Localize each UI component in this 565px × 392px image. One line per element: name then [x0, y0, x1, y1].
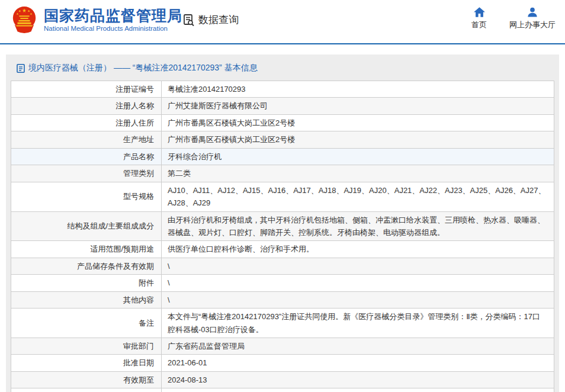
row-label: 注册证编号 — [11, 81, 162, 98]
table-row: 型号规格AJ10、AJ11、AJ12、AJ15、AJ16、AJ17、AJ18、A… — [11, 182, 554, 211]
row-value: \ — [162, 291, 554, 308]
data-query-nav[interactable]: 数据查询 — [182, 13, 239, 27]
row-label: 变更情况 — [11, 388, 162, 392]
header-divider — [0, 43, 565, 44]
breadcrumb: 境内医疗器械（注册） —— “粤械注准20142170293” 基本信息 — [11, 59, 554, 81]
table-row: 结构及组成/主要组成成分由牙科治疗机和牙椅组成，其中牙科治疗机包括地箱、侧箱、冲… — [11, 211, 554, 241]
row-value: 牙科综合治疗机 — [162, 148, 554, 165]
site-title: 国家药品监督管理局 — [44, 7, 182, 24]
table-row: 其他内容\ — [11, 291, 554, 308]
row-value: 粤械注准20142170293 — [162, 81, 554, 98]
content-area: 境内医疗器械（注册） —— “粤械注准20142170293” 基本信息 注册证… — [6, 54, 559, 392]
table-row: 注册人名称广州艾捷斯医疗器械有限公司 — [11, 98, 554, 114]
row-value: 广东省药品监督管理局 — [162, 338, 554, 355]
top-nav: 首页 网上办事大厅 — [471, 7, 556, 30]
row-label: 产品储存条件及有效期 — [11, 258, 162, 274]
row-value: 由牙科治疗机和牙椅组成，其中牙科治疗机包括地箱、侧箱、冲盂漱口给水装置、三用喷枪… — [162, 211, 554, 241]
table-row: 生产地址广州市番禺区石楼镇大岗工业区2号楼 — [11, 131, 554, 148]
document-icon — [17, 64, 25, 73]
page: 国家药品监督管理局 National Medical Products Admi… — [0, 0, 565, 392]
row-value: 供医疗单位口腔科作诊断、治疗和手术用。 — [162, 241, 554, 258]
row-value — [162, 388, 554, 392]
row-value: 2024-08-13 — [162, 371, 554, 388]
table-row: 变更情况 — [11, 388, 554, 392]
table-row: 管理类别第二类 — [11, 165, 554, 182]
row-value: 广州市番禺区石楼镇大岗工业区2号楼 — [162, 114, 554, 131]
registration-table: 注册证编号粤械注准20142170293注册人名称广州艾捷斯医疗器械有限公司注册… — [11, 81, 554, 392]
site-subtitle: National Medical Products Administration — [44, 25, 182, 32]
table-row: 审批部门广东省药品监督管理局 — [11, 338, 554, 355]
table-row: 注册人住所广州市番禺区石楼镇大岗工业区2号楼 — [11, 114, 554, 131]
breadcrumb-text: 境内医疗器械（注册） —— “粤械注准20142170293” 基本信息 — [28, 63, 258, 73]
row-label: 备注 — [11, 309, 162, 338]
user-icon — [527, 7, 538, 17]
table-row: 产品名称牙科综合治疗机 — [11, 148, 554, 165]
row-value: 本文件与“粤械注准20142170293”注册证共同使用。新《医疗器械分类目录》… — [162, 309, 554, 338]
table-row: 注册证编号粤械注准20142170293 — [11, 81, 554, 98]
site-header: 国家药品监督管理局 National Medical Products Admi… — [0, 0, 565, 43]
row-label: 有效期至 — [11, 371, 162, 388]
row-label: 型号规格 — [11, 182, 162, 211]
data-query-label: 数据查询 — [198, 13, 239, 27]
row-value: \ — [162, 275, 554, 291]
row-label: 审批部门 — [11, 338, 162, 355]
table-row: 附件\ — [11, 275, 554, 291]
table-row: 产品储存条件及有效期\ — [11, 258, 554, 274]
brand: 国家药品监督管理局 National Medical Products Admi… — [11, 5, 182, 34]
table-row: 备注本文件与“粤械注准20142170293”注册证共同使用。新《医疗器械分类目… — [11, 309, 554, 338]
row-label: 生产地址 — [11, 131, 162, 148]
row-value: 2021-06-01 — [162, 355, 554, 371]
table-row: 适用范围/预期用途供医疗单位口腔科作诊断、治疗和手术用。 — [11, 241, 554, 258]
row-value: 第二类 — [162, 165, 554, 182]
row-label: 适用范围/预期用途 — [11, 241, 162, 258]
row-label: 产品名称 — [11, 148, 162, 165]
nav-home-label: 首页 — [471, 20, 487, 30]
row-label: 结构及组成/主要组成成分 — [11, 211, 162, 241]
row-label: 管理类别 — [11, 165, 162, 182]
row-label: 注册人名称 — [11, 98, 162, 114]
table-row: 批准日期2021-06-01 — [11, 355, 554, 371]
brand-text: 国家药品监督管理局 National Medical Products Admi… — [44, 7, 182, 33]
row-value: \ — [162, 258, 554, 274]
row-label: 其他内容 — [11, 291, 162, 308]
nav-online-hall[interactable]: 网上办事大厅 — [509, 7, 556, 30]
row-label: 附件 — [11, 275, 162, 291]
data-query-icon — [182, 14, 195, 27]
row-value: 广州市番禺区石楼镇大岗工业区2号楼 — [162, 131, 554, 148]
row-value: AJ10、AJ11、AJ12、AJ15、AJ16、AJ17、AJ18、AJ19、… — [162, 182, 554, 211]
row-label: 批准日期 — [11, 355, 162, 371]
table-row: 有效期至2024-08-13 — [11, 371, 554, 388]
home-icon — [474, 7, 485, 17]
row-value: 广州艾捷斯医疗器械有限公司 — [162, 98, 554, 114]
nav-home[interactable]: 首页 — [471, 7, 487, 30]
national-emblem-logo — [11, 5, 38, 34]
nav-hall-label: 网上办事大厅 — [509, 20, 556, 30]
row-label: 注册人住所 — [11, 114, 162, 131]
